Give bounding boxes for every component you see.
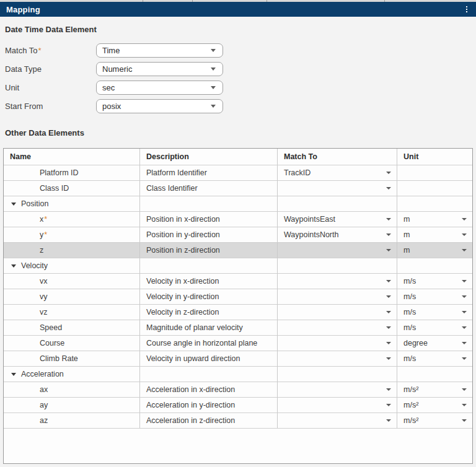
unit-cell-dropdown[interactable]: m — [397, 212, 472, 227]
chevron-down-icon — [462, 404, 467, 406]
chevron-down-icon — [386, 388, 391, 391]
table-row[interactable]: az Acceleration in z-direction m/s² — [4, 413, 472, 429]
match-to-cell-dropdown[interactable] — [278, 382, 397, 398]
chevron-down-icon — [462, 249, 467, 251]
chevron-down-icon — [462, 342, 467, 344]
unit-value: degree — [403, 339, 428, 347]
row-name: vy — [40, 292, 48, 301]
column-header-match-to: Match To — [278, 149, 397, 165]
match-to-cell-dropdown[interactable] — [278, 351, 397, 367]
chevron-down-icon — [386, 311, 391, 313]
name-cell: vz — [4, 305, 140, 320]
unit-cell-dropdown[interactable]: degree — [397, 336, 472, 351]
unit-value: m/s — [403, 323, 416, 332]
unit-cell-dropdown[interactable]: m/s — [397, 351, 472, 367]
row-name: x — [40, 215, 43, 224]
name-cell: vy — [4, 289, 140, 305]
match-to-cell-dropdown[interactable]: TrackID — [278, 165, 397, 181]
chevron-down-icon — [211, 68, 216, 71]
table-row[interactable]: Climb Rate Velocity in upward direction … — [4, 351, 472, 367]
row-name: Acceleration — [21, 370, 64, 378]
dropdown-value: sec — [102, 83, 115, 92]
table-row[interactable]: z Position in z-direction m — [4, 243, 472, 258]
unit-cell-dropdown[interactable]: m/s — [397, 305, 472, 320]
description-cell: Acceleration in x-direction — [140, 382, 278, 398]
field-label-unit: Unit* — [5, 83, 96, 92]
row-name: y — [40, 230, 43, 239]
unit-cell-dropdown[interactable]: m/s² — [397, 382, 472, 398]
description-cell: Acceleration in y-direction — [140, 398, 278, 413]
name-cell: Course — [4, 336, 140, 351]
start-from-dropdown[interactable]: posix — [96, 99, 223, 113]
unit-cell-dropdown[interactable]: m/s² — [397, 398, 472, 413]
table-row[interactable]: vy Velocity in y-direction m/s — [4, 289, 472, 305]
unit-cell-dropdown[interactable]: m/s² — [397, 413, 472, 429]
collapse-triangle-icon[interactable] — [11, 373, 16, 376]
form-row-start-from: Start From* posix — [5, 99, 476, 113]
collapse-triangle-icon[interactable] — [11, 264, 16, 268]
match-to-cell-dropdown[interactable] — [278, 413, 397, 429]
chevron-down-icon — [386, 295, 391, 298]
unit-value: m/s — [403, 277, 416, 286]
collapse-triangle-icon[interactable] — [11, 203, 16, 206]
match-to-cell-dropdown[interactable] — [278, 305, 397, 320]
unit-cell-dropdown[interactable]: m — [397, 227, 472, 243]
field-label-data-type: Data Type* — [5, 64, 96, 74]
match-to-cell-dropdown[interactable] — [278, 274, 397, 289]
chevron-down-icon — [462, 388, 467, 391]
divider-tick — [384, 0, 385, 2]
unit-cell-dropdown — [397, 196, 472, 212]
form-row-match-to: Match To* Time — [5, 43, 476, 58]
table-row[interactable]: vz Velocity in z-direction m/s — [4, 305, 472, 320]
match-to-cell-dropdown[interactable] — [278, 336, 397, 351]
match-to-cell-dropdown[interactable] — [278, 398, 397, 413]
match-to-cell-dropdown[interactable]: WaypointsEast — [278, 212, 397, 227]
table-row[interactable]: vx Velocity in x-direction m/s — [4, 274, 472, 289]
table-row[interactable]: Speed Magnitude of planar velocity m/s — [4, 320, 472, 336]
table-row[interactable]: y * Position in y-direction WaypointsNor… — [4, 227, 472, 243]
description-cell: Class Identifier — [140, 181, 278, 196]
panel-header: Mapping — [0, 2, 476, 17]
table-row[interactable]: Acceleration — [4, 367, 472, 382]
unit-dropdown[interactable]: sec — [96, 81, 223, 95]
chevron-down-icon — [386, 342, 391, 344]
match-to-cell-dropdown — [278, 367, 397, 382]
description-cell: Platform Identifier — [140, 165, 278, 181]
chevron-down-icon — [462, 357, 467, 360]
required-asterisk: * — [44, 230, 47, 239]
match-to-cell-dropdown[interactable] — [278, 289, 397, 305]
table-row[interactable]: Course Course angle in horizontal plane … — [4, 336, 472, 351]
match-to-cell-dropdown[interactable] — [278, 243, 397, 258]
match-to-dropdown[interactable]: Time — [96, 43, 223, 58]
table-row[interactable]: Velocity — [4, 258, 472, 274]
table-row[interactable]: Position — [4, 196, 472, 212]
table-header-row: Name Description Match To Unit — [4, 149, 472, 165]
mapping-table: Name Description Match To Unit Platform … — [3, 148, 473, 464]
divider-tick — [267, 0, 267, 2]
table-row[interactable]: ay Acceleration in y-direction m/s² — [4, 398, 472, 413]
unit-cell-dropdown[interactable]: m/s — [397, 320, 472, 336]
unit-cell-dropdown[interactable]: m/s — [397, 289, 472, 305]
name-cell: vx — [4, 274, 140, 289]
data-type-dropdown[interactable]: Numeric — [96, 62, 223, 76]
unit-cell-dropdown[interactable]: m — [397, 243, 472, 258]
unit-value: m/s² — [403, 401, 418, 409]
unit-value: m/s² — [403, 416, 418, 425]
field-label-match-to: Match To* — [5, 46, 96, 55]
required-asterisk: * — [38, 46, 42, 55]
chevron-down-icon — [211, 49, 216, 52]
match-to-cell-dropdown[interactable] — [278, 181, 397, 196]
table-row[interactable]: Class ID Class Identifier — [4, 181, 472, 196]
match-to-cell-dropdown[interactable] — [278, 320, 397, 336]
form-row-data-type: Data Type* Numeric — [5, 62, 476, 76]
match-to-cell-dropdown[interactable]: WaypointsNorth — [278, 227, 397, 243]
table-row[interactable]: Platform ID Platform Identifier TrackID — [4, 165, 472, 181]
table-row[interactable]: ax Acceleration in x-direction m/s² — [4, 382, 472, 398]
table-row[interactable]: x * Position in x-direction WaypointsEas… — [4, 212, 472, 227]
row-name: Climb Rate — [40, 354, 78, 363]
kebab-menu-icon[interactable] — [464, 4, 469, 14]
unit-cell-dropdown[interactable]: m/s — [397, 274, 472, 289]
row-name: Velocity — [21, 261, 48, 270]
unit-value: m — [403, 215, 410, 224]
name-cell: Acceleration — [4, 367, 140, 382]
